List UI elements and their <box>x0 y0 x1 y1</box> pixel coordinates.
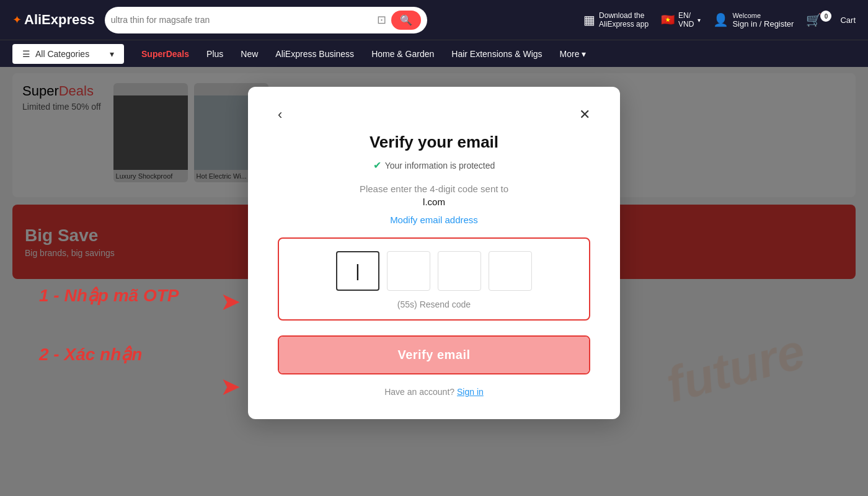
all-categories-button[interactable]: ☰ All Categories ▾ <box>12 44 124 64</box>
cart-label: Cart <box>840 16 856 25</box>
partial-email: l.com <box>278 197 590 207</box>
cart-action[interactable]: 🛒 0 Cart <box>806 12 856 27</box>
protected-info: ✔ Your information is protected <box>278 159 590 171</box>
nav-items: SuperDeals Plus New AliExpress Business … <box>134 44 593 64</box>
otp-container: (55s) Resend code <box>278 237 590 321</box>
nav-item-superdeals[interactable]: SuperDeals <box>134 44 197 64</box>
nav-item-more[interactable]: More ▾ <box>552 44 594 64</box>
user-icon: 👤 <box>713 12 728 27</box>
protected-text: Your information is protected <box>385 161 495 170</box>
otp-input-3[interactable] <box>438 251 481 291</box>
cart-count-badge: 0 <box>820 11 831 22</box>
welcome-text: Welcome <box>732 12 794 19</box>
nav-item-business[interactable]: AliExpress Business <box>268 44 361 64</box>
verify-email-modal: ‹ ✕ Verify your email ✔ Your information… <box>248 87 620 419</box>
qr-icon: ▦ <box>583 12 595 27</box>
arrow-step2: ➤ <box>220 372 241 401</box>
step2-label: 2 - Xác nhận <box>39 344 142 365</box>
account-action[interactable]: 👤 Welcome Sign in / Register <box>713 12 794 29</box>
arrow-step1: ➤ <box>220 287 241 316</box>
menu-icon: ☰ <box>22 49 30 59</box>
scan-icon[interactable]: ⊡ <box>377 13 386 27</box>
categories-label: All Categories <box>35 49 89 59</box>
download-app-text: Download the AliExpress app <box>599 11 649 29</box>
nav-item-hair-extensions[interactable]: Hair Extensions & Wigs <box>444 44 549 64</box>
verify-email-button[interactable]: Verify email <box>279 337 589 373</box>
modify-email-link[interactable]: Modify email address <box>278 215 590 225</box>
have-account-text: Have an account? Sign in <box>278 387 590 397</box>
download-app-action[interactable]: ▦ Download the AliExpress app <box>583 11 649 29</box>
email-instruction: Please enter the 4-digit code sent to <box>278 184 590 194</box>
header: ✦ AliExpress ⊡ 🔍 ▦ Download the AliExpre… <box>0 0 868 40</box>
search-bar: ⊡ 🔍 <box>105 7 427 33</box>
logo-text: AliExpress <box>24 12 95 28</box>
flag-icon: 🇻🇳 <box>661 13 675 27</box>
step1-label: 1 - Nhập mã OTP <box>39 285 179 306</box>
verify-button-wrapper: Verify email <box>278 335 590 374</box>
nav-item-home-garden[interactable]: Home & Garden <box>364 44 441 64</box>
resend-code-text: (55s) Resend code <box>294 299 574 309</box>
search-icon: 🔍 <box>400 15 412 25</box>
shield-icon: ✔ <box>373 159 381 171</box>
logo-star-icon: ✦ <box>12 13 22 27</box>
annotation-step2: 2 - Xác nhận <box>39 344 142 365</box>
nav-item-plus[interactable]: Plus <box>199 44 231 64</box>
otp-input-2[interactable] <box>387 251 430 291</box>
search-button[interactable]: 🔍 <box>391 11 421 30</box>
back-button[interactable]: ‹ <box>278 107 282 123</box>
header-actions: ▦ Download the AliExpress app 🇻🇳 EN/ VND… <box>583 11 856 29</box>
language-selector[interactable]: 🇻🇳 EN/ VND ▾ <box>661 11 701 29</box>
cart-icon: 🛒 <box>806 12 822 27</box>
logo[interactable]: ✦ AliExpress <box>12 12 95 28</box>
chevron-down-icon: ▾ <box>698 17 701 24</box>
navigation-bar: ☰ All Categories ▾ SuperDeals Plus New A… <box>0 40 868 67</box>
search-input[interactable] <box>111 15 372 25</box>
signin-link[interactable]: Sign in <box>457 387 484 397</box>
arrow-right-icon-2: ➤ <box>220 373 241 400</box>
signin-register-text[interactable]: Sign in / Register <box>732 19 794 29</box>
otp-input-1[interactable] <box>336 251 379 291</box>
modal-title: Verify your email <box>278 133 590 152</box>
language-text: EN/ VND <box>678 11 694 29</box>
annotation-step1: 1 - Nhập mã OTP <box>39 285 179 306</box>
have-account-label: Have an account? <box>384 387 454 397</box>
otp-input-4[interactable] <box>489 251 532 291</box>
categories-chevron-icon: ▾ <box>110 49 114 59</box>
close-button[interactable]: ✕ <box>579 107 590 123</box>
nav-item-new[interactable]: New <box>233 44 265 64</box>
modal-header: ‹ ✕ <box>278 107 590 123</box>
otp-inputs <box>294 251 574 291</box>
arrow-right-icon: ➤ <box>220 288 241 315</box>
